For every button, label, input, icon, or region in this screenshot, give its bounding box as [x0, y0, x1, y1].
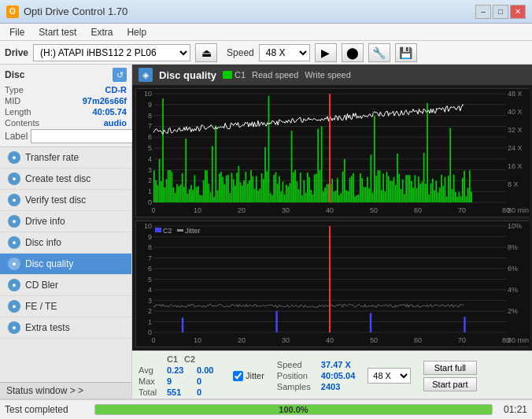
- close-button[interactable]: ✕: [510, 5, 526, 19]
- disc-length-row: Length 40:05.74: [5, 107, 127, 117]
- sidebar-item-create-test-disc[interactable]: ●Create test disc: [0, 169, 131, 190]
- info-button[interactable]: 🔧: [368, 43, 390, 62]
- position-value: 40:05.04: [321, 371, 355, 380]
- nav-list: ●Transfer rate●Create test disc●Verify t…: [0, 147, 131, 382]
- stat-total-label: Total: [139, 387, 161, 397]
- samples-label: Samples: [277, 382, 316, 391]
- nav-label-create-test-disc: Create test disc: [25, 173, 91, 184]
- status-text: Test completed: [5, 404, 91, 415]
- nav-icon-transfer-rate: ●: [8, 151, 20, 164]
- stat-avg-label: Avg: [139, 365, 161, 375]
- speed-label2: Speed: [277, 360, 316, 369]
- erase-button[interactable]: ⬤: [342, 43, 364, 62]
- stat-max-c2: 0: [197, 376, 220, 386]
- disc-label-label: Label: [5, 131, 28, 142]
- stats-headers: C1 C2: [139, 354, 220, 364]
- disc-quality-icon: ◈: [139, 68, 153, 82]
- sidebar-item-drive-info[interactable]: ●Drive info: [0, 211, 131, 232]
- nav-icon-fe-te: ●: [8, 300, 20, 313]
- nav-label-disc-quality: Disc quality: [25, 258, 73, 269]
- save-button[interactable]: 💾: [395, 43, 417, 62]
- progress-bar-fill: 100.0%: [95, 405, 492, 414]
- chart-c1: [135, 88, 529, 217]
- disc-type-row: Type CD-R: [5, 85, 127, 95]
- right-panel: ◈ Disc quality C1 Read speed Write speed: [132, 65, 532, 399]
- nav-label-extra-tests: Extra tests: [25, 322, 70, 333]
- disc-type-value: CD-R: [105, 85, 127, 95]
- title-buttons: – □ ✕: [475, 5, 526, 19]
- sidebar-item-cd-bler[interactable]: ●CD Bler: [0, 275, 131, 296]
- nav-label-disc-info: Disc info: [25, 237, 61, 248]
- maximize-button[interactable]: □: [493, 5, 508, 19]
- disc-mid-row: MID 97m26s66f: [5, 96, 127, 106]
- start-full-button[interactable]: Start full: [423, 361, 476, 375]
- stats-max-row: Max 9 0: [139, 376, 220, 386]
- stat-avg-c1: 0.23: [167, 365, 190, 375]
- position-row: Position 40:05.04: [277, 371, 355, 380]
- speed-value: 37.47 X: [321, 360, 351, 369]
- menu-bar: File Start test Extra Help: [0, 24, 532, 41]
- drive-select[interactable]: (H:) ATAPI iHBS112 2 PL06: [33, 44, 190, 61]
- legend-read-speed-label: Read speed: [252, 70, 298, 80]
- charts-area: [132, 85, 532, 350]
- stat-max-c1: 9: [167, 376, 190, 386]
- disc-mid-value: 97m26s66f: [83, 96, 127, 106]
- sidebar: Disc ↺ Type CD-R MID 97m26s66f Length 40…: [0, 65, 132, 399]
- app-title: Opti Drive Control 1.70: [24, 6, 127, 17]
- disc-label-input[interactable]: [31, 129, 144, 143]
- speed-select-group: 48 X: [368, 368, 411, 384]
- status-window-label: Status window > >: [6, 385, 83, 396]
- menu-help[interactable]: Help: [120, 25, 153, 39]
- disc-panel: Disc ↺ Type CD-R MID 97m26s66f Length 40…: [0, 65, 131, 147]
- start-part-button[interactable]: Start part: [423, 377, 476, 391]
- speed-select2[interactable]: 48 X: [368, 368, 411, 384]
- legend-write-speed: Write speed: [305, 70, 351, 80]
- sidebar-item-disc-quality[interactable]: ●Disc quality: [0, 254, 131, 275]
- sidebar-item-fe-te[interactable]: ●FE / TE: [0, 296, 131, 317]
- samples-row: Samples 2403: [277, 382, 340, 391]
- nav-icon-create-test-disc: ●: [8, 172, 20, 185]
- position-label: Position: [277, 371, 316, 380]
- disc-header: Disc ↺: [5, 68, 127, 82]
- drive-label: Drive: [5, 47, 28, 58]
- sidebar-item-disc-info[interactable]: ●Disc info: [0, 232, 131, 254]
- speed-group: Speed 37.47 X Position 40:05.04 Samples …: [277, 360, 355, 391]
- jitter-checkbox-group: Jitter: [233, 371, 264, 381]
- menu-extra[interactable]: Extra: [84, 25, 119, 39]
- disc-label-row: Label ★: [5, 129, 127, 143]
- stats-panel: C1 C2 Avg 0.23 0.00 Max 9 0 Total 551 0: [132, 350, 532, 399]
- legend-read-speed: Read speed: [252, 70, 298, 80]
- jitter-checkbox-label: Jitter: [246, 371, 264, 380]
- jitter-checkbox[interactable]: [233, 371, 243, 381]
- disc-quality-header: ◈ Disc quality C1 Read speed Write speed: [132, 65, 532, 85]
- disc-quality-title: Disc quality: [159, 69, 216, 81]
- stat-c2-header: C2: [184, 354, 195, 364]
- progress-text: 100.0%: [279, 405, 308, 414]
- sidebar-item-verify-test-disc[interactable]: ●Verify test disc: [0, 190, 131, 211]
- legend-c1: C1: [223, 70, 246, 80]
- stat-total-c1: 551: [167, 387, 190, 397]
- legend-c1-color: [223, 71, 232, 79]
- menu-file[interactable]: File: [3, 25, 31, 39]
- nav-label-transfer-rate: Transfer rate: [25, 152, 79, 163]
- disc-mid-label: MID: [5, 96, 20, 106]
- disc-refresh-button[interactable]: ↺: [113, 68, 127, 82]
- nav-label-drive-info: Drive info: [25, 216, 65, 227]
- title-bar-left: O Opti Drive Control 1.70: [6, 6, 127, 18]
- menu-start-test[interactable]: Start test: [32, 25, 83, 39]
- speed-select[interactable]: 48 X: [259, 44, 310, 61]
- nav-icon-verify-test-disc: ●: [8, 194, 20, 206]
- drive-bar: Drive (H:) ATAPI iHBS112 2 PL06 ⏏ Speed …: [0, 41, 532, 65]
- eject-button[interactable]: ⏏: [195, 43, 217, 62]
- chart-c2: [135, 221, 529, 347]
- nav-icon-cd-bler: ●: [8, 279, 20, 291]
- nav-icon-disc-quality: ●: [8, 258, 20, 270]
- play-button[interactable]: ▶: [315, 43, 337, 62]
- stat-avg-c2: 0.00: [197, 365, 220, 375]
- sidebar-item-transfer-rate[interactable]: ●Transfer rate: [0, 147, 131, 169]
- stats-total-row: Total 551 0: [139, 387, 220, 397]
- status-window-bar[interactable]: Status window > >: [0, 382, 131, 399]
- sidebar-item-extra-tests[interactable]: ●Extra tests: [0, 317, 131, 339]
- stat-max-label: Max: [139, 376, 161, 386]
- minimize-button[interactable]: –: [475, 5, 491, 19]
